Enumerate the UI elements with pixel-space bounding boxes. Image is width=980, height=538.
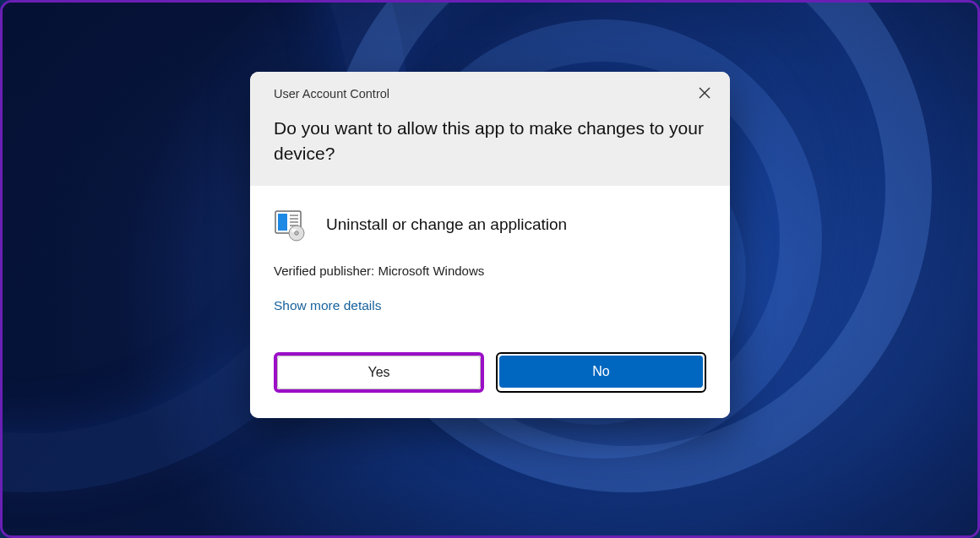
uac-header: User Account Control Do you want to allo… bbox=[250, 72, 730, 186]
close-icon bbox=[699, 87, 710, 99]
svg-point-10 bbox=[295, 231, 299, 236]
show-more-details-link[interactable]: Show more details bbox=[274, 298, 382, 313]
programs-features-icon bbox=[274, 208, 308, 242]
no-button[interactable]: No bbox=[499, 356, 703, 388]
publisher-info: Verified publisher: Microsoft Windows bbox=[274, 264, 706, 278]
svg-rect-3 bbox=[278, 214, 287, 231]
uac-question: Do you want to allow this app to make ch… bbox=[274, 116, 706, 167]
yes-button-highlight: Yes bbox=[274, 352, 484, 393]
no-button-focus-ring: No bbox=[496, 352, 706, 393]
close-button[interactable] bbox=[686, 79, 723, 107]
app-name: Uninstall or change an application bbox=[326, 215, 567, 234]
uac-dialog: User Account Control Do you want to allo… bbox=[250, 72, 730, 418]
app-row: Uninstall or change an application bbox=[274, 208, 706, 242]
yes-button[interactable]: Yes bbox=[277, 356, 481, 389]
uac-body: Uninstall or change an application Verif… bbox=[250, 186, 730, 329]
uac-footer: Yes No bbox=[250, 329, 730, 418]
dialog-title: User Account Control bbox=[274, 87, 706, 101]
